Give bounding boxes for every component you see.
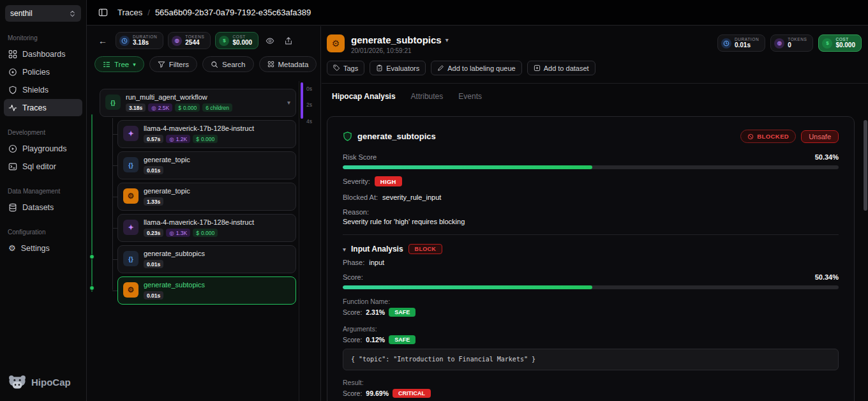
score-value: 50.34% <box>815 273 839 281</box>
detail-titles: generate_subtopics ▾ 20/01/2026, 10:59:2… <box>351 34 711 54</box>
reason-label: Reason: <box>343 208 839 216</box>
database-icon <box>8 203 17 212</box>
timeline-tick: 4s <box>306 118 312 125</box>
sidebar-item-traces[interactable]: Traces <box>4 99 82 116</box>
prohibited-icon <box>747 133 754 140</box>
critical-badge: CRITICAL <box>393 389 431 398</box>
metadata-button-label: Metadata <box>278 61 309 68</box>
brand-name: HipoCap <box>31 377 71 388</box>
tab-events[interactable]: Events <box>458 92 482 101</box>
chip-value: 2544 <box>185 39 204 47</box>
analysis-header: generate_subtopics BLOCKED Unsafe <box>343 130 839 143</box>
severity-badge: HIGH <box>375 176 402 186</box>
span-duration-badge: 3.18s <box>126 103 146 112</box>
divider <box>343 234 839 235</box>
braces-icon: {} <box>123 251 138 266</box>
search-button[interactable]: Search <box>202 56 253 72</box>
score-value: 99.69% <box>366 390 389 397</box>
sidebar-item-label: Datasets <box>22 203 54 212</box>
filters-button[interactable]: Filters <box>149 56 197 72</box>
span-name: run_multi_agent_workflow <box>126 93 282 101</box>
span-body: run_multi_agent_workflow 3.18s ◎2.5K $0.… <box>126 93 282 113</box>
sidebar-item-shields[interactable]: Shields <box>4 81 82 98</box>
chevron-down-icon[interactable]: ▾ <box>445 36 449 43</box>
blocked-badge: BLOCKED <box>740 130 796 143</box>
evaluators-button[interactable]: Evaluators <box>370 61 426 75</box>
tree-view-button[interactable]: Tree ▾ <box>94 56 144 72</box>
add-to-labeling-queue-button[interactable]: Add to labeling queue <box>431 61 521 75</box>
sidebar-item-playgrounds[interactable]: Playgrounds <box>4 140 82 157</box>
chevrons-up-down-icon <box>69 10 76 17</box>
sidebar-item-settings[interactable]: ⚙ Settings <box>4 239 82 257</box>
severity-label: Severity: <box>343 178 370 185</box>
share-export-icon[interactable] <box>281 34 296 48</box>
sidebar-item-dashboards[interactable]: Dashboards <box>4 45 82 63</box>
chip-label: COST <box>232 34 252 39</box>
tag-icon <box>333 64 340 72</box>
clock-icon <box>119 36 130 46</box>
add-to-dataset-button[interactable]: Add to dataset <box>527 61 595 75</box>
blocked-at-row: Blocked At: severity_rule_input <box>343 193 839 201</box>
duration-chip: DURATION3.18s <box>116 32 163 49</box>
trace-span-generate-topic-1[interactable]: {} generate_topic 0.01s <box>117 151 296 179</box>
timeline-dot <box>89 254 94 259</box>
input-score-bar-fill <box>343 285 592 289</box>
phase-label: Phase: <box>343 259 364 266</box>
back-button[interactable]: ← <box>94 33 111 49</box>
search-icon <box>211 61 218 68</box>
span-stats: 0.57s ◎1.2K $0.000 <box>144 135 290 143</box>
blocked-at-value: severity_rule_input <box>382 193 441 201</box>
span-name: llama-4-maverick-17b-128e-instruct <box>144 218 290 226</box>
detail-scrollbar[interactable] <box>864 120 867 211</box>
span-duration-badge: 0.01s <box>144 260 163 268</box>
timeline-gutter: 0s 2s 4s <box>299 81 320 401</box>
dollar-icon: $ <box>822 38 832 49</box>
unsafe-badge[interactable]: Unsafe <box>801 130 839 143</box>
breadcrumb-traces-link[interactable]: Traces <box>117 8 142 17</box>
trace-span-generate-subtopics-1[interactable]: {} generate_subtopics 0.01s <box>117 245 296 273</box>
span-name: llama-4-maverick-17b-128e-instruct <box>144 125 290 132</box>
blocked-badge-label: BLOCKED <box>757 133 789 140</box>
input-analysis-header[interactable]: ▾ Input Analysis BLOCK <box>343 244 839 254</box>
trace-stats-row: ← DURATION3.18s ◎ TOKENS2544 $ COST$0.00… <box>87 26 320 50</box>
token-count: 1.2K <box>176 136 188 142</box>
span-timestamp: 20/01/2026, 10:59:21 <box>351 47 711 54</box>
timeline-dot <box>89 285 94 291</box>
sidebar-item-label: Settings <box>21 244 50 253</box>
cost-value: 0.000 <box>183 105 197 111</box>
tags-button[interactable]: Tags <box>327 61 364 75</box>
token-count: 2.5K <box>158 105 170 111</box>
section-label-monitoring: Monitoring <box>8 34 79 42</box>
tab-hipocap-analysis[interactable]: Hipocap Analysis <box>332 92 396 101</box>
chip-value: 0.01s <box>735 42 759 49</box>
chip-value: $0.000 <box>835 42 855 49</box>
dollar-icon: $ <box>196 230 199 236</box>
watch-eye-icon[interactable] <box>263 34 277 48</box>
span-body: generate_subtopics 0.01s <box>144 249 290 269</box>
chevron-down-icon[interactable]: ▾ <box>287 99 290 113</box>
span-tokens-badge: ◎2.5K <box>148 103 172 112</box>
section-label-configuration: Configuration <box>8 229 79 236</box>
score-value: 2.31% <box>366 308 385 316</box>
timeline-tick: 2s <box>306 102 312 108</box>
trace-span-llama-2[interactable]: ✦ llama-4-maverick-17b-128e-instruct 0.2… <box>117 214 296 242</box>
trace-span-llama-1[interactable]: ✦ llama-4-maverick-17b-128e-instruct 0.5… <box>117 120 296 148</box>
span-stats: 1.33s <box>144 197 290 206</box>
sidebar-item-sql-editor[interactable]: Sql editor <box>4 158 82 175</box>
function-name-score: Score: 2.31% SAFE <box>343 308 839 317</box>
trace-span-root[interactable]: {} run_multi_agent_workflow 3.18s ◎2.5K … <box>100 89 296 117</box>
timeline-green-line <box>91 114 93 292</box>
tree-scrollbar[interactable] <box>301 82 303 119</box>
sidebar-item-datasets[interactable]: Datasets <box>4 199 82 216</box>
sidebar-toggle-icon[interactable] <box>96 6 110 20</box>
workspace-selector[interactable]: senthil <box>5 5 81 22</box>
metadata-button[interactable]: Metadata <box>259 56 317 72</box>
play-circle-icon <box>8 144 17 153</box>
cost-value: 0.000 <box>201 136 214 142</box>
sidebar-item-policies[interactable]: Policies <box>4 63 82 80</box>
hippo-mascot-icon <box>8 374 27 391</box>
trace-span-generate-subtopics-2-selected[interactable]: ⚙ generate_subtopics 0.01s <box>117 276 296 305</box>
tab-attributes[interactable]: Attributes <box>411 92 444 101</box>
chip-value: $0.000 <box>232 39 252 47</box>
trace-span-generate-topic-2[interactable]: ⚙ generate_topic 1.33s <box>117 183 296 211</box>
